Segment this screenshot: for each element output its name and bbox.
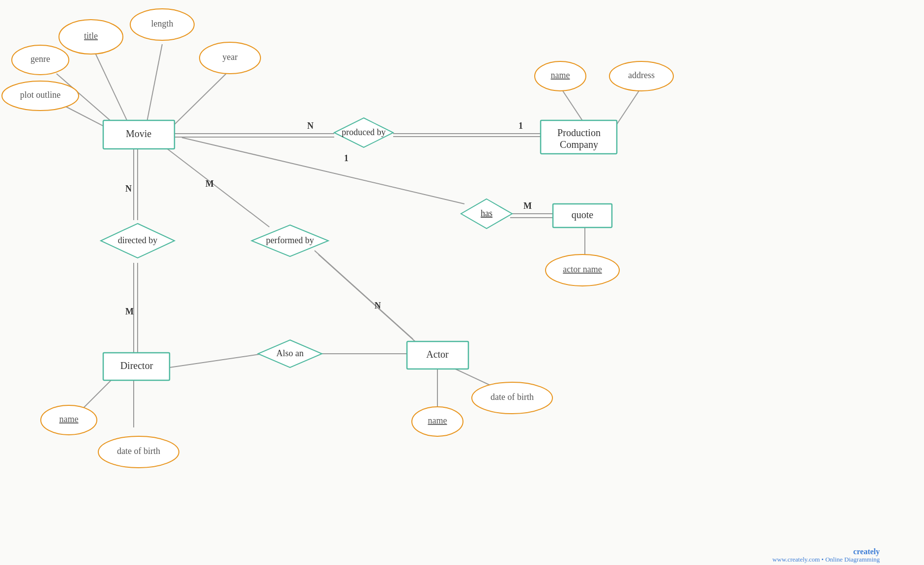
rel-also-an-label: Also an <box>276 348 304 358</box>
attr-plot-outline-label: plot outline <box>20 90 61 100</box>
svg-line-17 <box>318 254 417 343</box>
attr-title-label: title <box>84 31 98 41</box>
attr-prod-name-label: name <box>551 70 570 80</box>
card-performed-actor-n: N <box>375 301 381 311</box>
card-movie-produced-n: N <box>307 121 314 131</box>
card-movie-performed-m: M <box>205 179 214 189</box>
entity-quote-label: quote <box>572 209 594 221</box>
card-movie-has-1: 1 <box>344 153 348 163</box>
attr-year-label: year <box>223 52 238 62</box>
svg-line-18 <box>182 138 464 204</box>
rel-directed-by-label: directed by <box>118 235 157 245</box>
er-diagram: Movie Production Company Director Actor … <box>0 0 924 565</box>
entity-director-label: Director <box>120 360 153 371</box>
attr-director-name-label: name <box>59 414 79 424</box>
entity-production-label-2: Company <box>560 139 598 150</box>
card-has-quote-m: M <box>523 201 532 211</box>
rel-performed-by-label: performed by <box>266 235 314 245</box>
entity-actor-label: Actor <box>426 349 449 360</box>
watermark-url: www.creately.com • Online Diagramming <box>773 556 880 563</box>
card-movie-directed-n: N <box>125 184 132 194</box>
svg-line-22 <box>170 354 263 367</box>
attr-actor-dob-label: date of birth <box>491 392 534 402</box>
svg-line-1 <box>145 44 162 132</box>
entity-movie-label: Movie <box>126 128 151 139</box>
card-produced-company-1: 1 <box>519 121 523 131</box>
attr-actor-name-quote-label: actor name <box>563 264 602 274</box>
watermark-brand: creately <box>853 547 880 556</box>
rel-produced-by-label: produced by <box>342 127 385 137</box>
attr-actor-name-label: name <box>428 416 447 425</box>
card-directed-director-m: M <box>125 307 134 316</box>
rel-has-label: has <box>481 208 492 218</box>
attr-genre-label: genre <box>30 54 50 64</box>
entity-production-label-1: Production <box>557 127 601 138</box>
attr-prod-address-label: address <box>628 70 655 80</box>
svg-line-15 <box>162 145 269 227</box>
attr-director-dob-label: date of birth <box>117 446 160 456</box>
svg-line-2 <box>167 74 226 132</box>
attr-length-label: length <box>151 19 173 28</box>
